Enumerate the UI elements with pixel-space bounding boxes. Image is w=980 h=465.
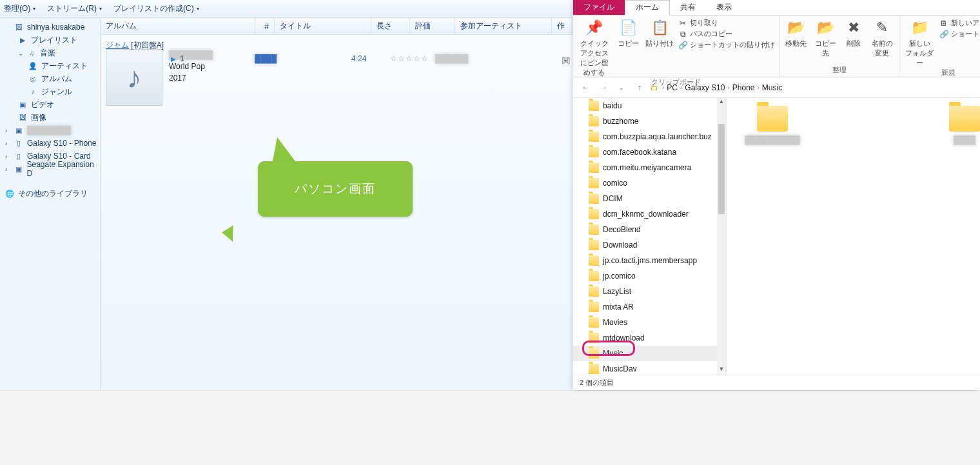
tree-item[interactable]: DecoBlend: [573, 222, 726, 237]
moveto-icon: 📂: [787, 18, 805, 37]
tree-item[interactable]: Music: [573, 346, 726, 361]
stream-menu[interactable]: ストリーム(R)▾: [47, 3, 102, 14]
new-item-button[interactable]: 🗎新しいアイ: [939, 18, 980, 28]
forward-button[interactable]: →: [596, 81, 611, 95]
folder-tree[interactable]: baidubuzzhomecom.buzzpia.aqua.launcher.b…: [573, 98, 727, 375]
content-folder-2[interactable]: ████: [929, 106, 980, 144]
album-group-header: ジャム [初回盤A]: [106, 40, 164, 51]
folder-icon: [589, 302, 599, 312]
network-icon: 🌐: [5, 189, 14, 198]
tree-item[interactable]: comico: [573, 175, 726, 191]
sidebar-seagate[interactable]: ›▣Seagate Expansion D: [0, 163, 100, 175]
tree-item[interactable]: dcm_kknmc_downloader: [573, 206, 726, 222]
tab-home[interactable]: ホーム: [625, 0, 670, 15]
tree-item-label: Movies: [603, 318, 627, 327]
new-shortcut-button[interactable]: 🔗ショートカッ: [939, 29, 980, 39]
col-length[interactable]: 長さ: [377, 21, 392, 32]
sidebar-library-user[interactable]: 🖼shinya kusakabe: [0, 21, 100, 34]
col-release[interactable]: 作: [557, 21, 565, 32]
sidebar-device-unknown[interactable]: ›▣████████: [0, 124, 100, 137]
tree-item[interactable]: mixta AR: [573, 299, 726, 315]
recent-dropdown[interactable]: ⌄: [614, 81, 629, 95]
scroll-up-icon[interactable]: ▲: [717, 98, 726, 107]
album-icon: ◎: [28, 74, 37, 83]
artist-icon: 👤: [28, 61, 37, 70]
folder-icon: [589, 286, 599, 297]
tree-item[interactable]: com.buzzpia.aqua.launcher.buz: [573, 129, 726, 144]
tab-view[interactable]: 表示: [706, 0, 742, 15]
copy-button[interactable]: 📄 コピー: [615, 18, 641, 48]
sidebar-playlist[interactable]: ▶プレイリスト: [0, 34, 100, 46]
folder-icon: [589, 163, 599, 173]
back-button[interactable]: ←: [578, 81, 593, 95]
callout-pc-tail: [270, 135, 295, 164]
tab-share[interactable]: 共有: [670, 0, 706, 15]
tree-item[interactable]: buzzhome: [573, 114, 726, 129]
track-rating[interactable]: ☆☆☆☆☆: [390, 54, 435, 63]
breadcrumb[interactable]: ›PC ›Galaxy S10 ›Phone ›Music: [662, 83, 782, 92]
col-artist[interactable]: 参加アーティスト: [460, 21, 522, 32]
wmp-toolbar: 整理(O)▾ ストリーム(R)▾ プレイリストの作成(C)▾: [0, 0, 573, 18]
delete-button[interactable]: ✖削除: [842, 18, 865, 48]
tree-scrollbar[interactable]: ▲ ▼: [717, 98, 726, 375]
sidebar-music[interactable]: ⌄♫音楽: [0, 46, 100, 59]
sidebar-genre[interactable]: ♪ジャンル: [0, 85, 100, 98]
tree-item[interactable]: Download: [573, 237, 726, 253]
folder-icon: [589, 132, 599, 142]
scroll-down-icon[interactable]: ▼: [717, 366, 726, 375]
folder-icon: [949, 106, 980, 132]
rename-button[interactable]: ✎名前の 変更: [869, 18, 895, 58]
tree-item[interactable]: DCIM: [573, 191, 726, 206]
tree-item[interactable]: jp.co.tacti.jms.membersapp: [573, 253, 726, 268]
folder-icon: [589, 348, 599, 359]
sidebar-artist[interactable]: 👤アーティスト: [0, 59, 100, 72]
tab-file[interactable]: ファイル: [573, 0, 625, 15]
moveto-button[interactable]: 📂移動先: [783, 18, 809, 48]
tree-item[interactable]: baidu: [573, 98, 726, 114]
tree-item-label: DCIM: [603, 194, 623, 203]
new-folder-button[interactable]: 📁新しい フォルダー: [903, 18, 936, 68]
now-playing-icon: ▶: [171, 55, 176, 63]
sidebar-image[interactable]: 🖼画像: [0, 111, 100, 124]
paste-button[interactable]: 📋 貼り付け: [645, 18, 674, 48]
sidebar-video[interactable]: ▣ビデオ: [0, 98, 100, 111]
cut-button[interactable]: ✂切り取り: [678, 18, 775, 28]
drive-icon: ▣: [14, 164, 23, 173]
ribbon-tabs: ファイル ホーム 共有 表示: [573, 0, 980, 15]
track-title: ████: [255, 54, 351, 63]
tree-item[interactable]: LazyList: [573, 284, 726, 299]
copy-path-button[interactable]: ⧉パスのコピー: [678, 29, 775, 39]
col-album[interactable]: アルバム: [106, 21, 137, 32]
tree-item-label: DecoBlend: [603, 225, 641, 234]
sidebar-galaxy-phone[interactable]: ›▯Galaxy S10 - Phone: [0, 137, 100, 150]
tree-item[interactable]: com.facebook.katana: [573, 144, 726, 160]
tree-item[interactable]: MusicDav: [573, 361, 726, 375]
pin-quickaccess-button[interactable]: 📌 クイック アクセス にピン留めする: [577, 18, 611, 77]
tree-item[interactable]: jp.comico: [573, 268, 726, 284]
organize-menu[interactable]: 整理(O)▾: [4, 3, 35, 14]
folder-icon: [757, 106, 788, 132]
create-playlist-menu[interactable]: プレイリストの作成(C)▾: [113, 3, 199, 14]
tree-item[interactable]: mtdownload: [573, 330, 726, 346]
scroll-thumb[interactable]: [718, 124, 725, 214]
tree-item[interactable]: com.meitu.meiyancamera: [573, 160, 726, 175]
col-rating[interactable]: 評価: [415, 21, 431, 32]
playlist-icon: ▶: [18, 35, 27, 45]
address-bar: ← → ⌄ ↑ 🗀 ›PC ›Galaxy S10 ›Phone ›Music: [573, 77, 980, 98]
track-row[interactable]: ▶1 ████ 4:24 ☆☆☆☆☆ ██████: [171, 54, 573, 63]
up-button[interactable]: ↑: [632, 81, 647, 95]
folder-icon: [589, 147, 599, 157]
paste-shortcut-button[interactable]: 🔗ショートカットの貼り付け: [678, 40, 775, 50]
scissors-icon: ✂: [678, 19, 687, 28]
folder-icon: [589, 224, 599, 235]
tree-item[interactable]: Movies: [573, 315, 726, 330]
sidebar-other-libraries[interactable]: 🌐その他のライブラリ: [0, 187, 100, 200]
col-title[interactable]: タイトル: [280, 21, 311, 32]
tree-item-label: com.buzzpia.aqua.launcher.buz: [603, 132, 712, 141]
sidebar-album[interactable]: ◎アルバム: [0, 72, 100, 85]
copyto-button[interactable]: 📂コピー先: [813, 18, 839, 58]
col-number[interactable]: #: [264, 22, 269, 31]
content-folder-1[interactable]: ██████████: [737, 106, 808, 144]
tree-item-label: Download: [603, 241, 637, 250]
tree-item-label: buzzhome: [603, 117, 638, 126]
